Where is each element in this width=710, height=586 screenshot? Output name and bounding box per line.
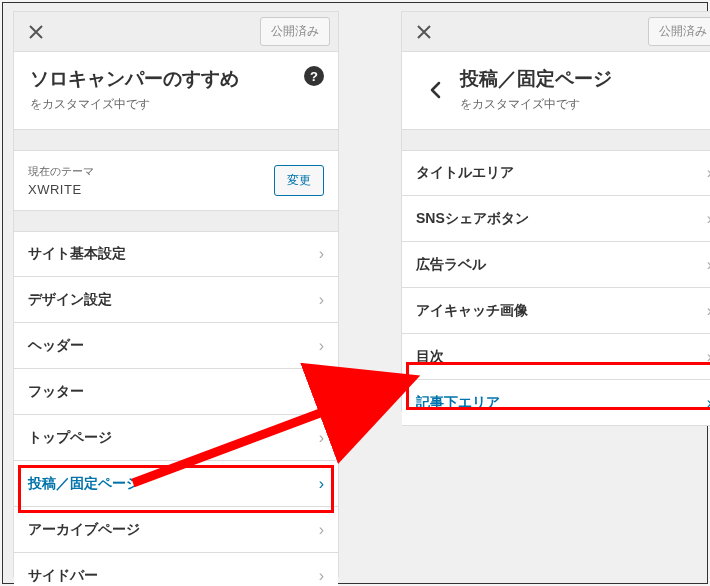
close-icon[interactable] bbox=[22, 18, 50, 46]
chevron-right-icon: › bbox=[319, 475, 324, 493]
title-block: ソロキャンパーのすすめ をカスタマイズ中です ? bbox=[14, 52, 338, 130]
menu-label: サイドバー bbox=[28, 567, 98, 585]
menu-label: 広告ラベル bbox=[416, 256, 486, 274]
topbar: 公開済み bbox=[14, 12, 338, 52]
menu-label: フッター bbox=[28, 383, 84, 401]
menu-label: 目次 bbox=[416, 348, 444, 366]
menu-label: ヘッダー bbox=[28, 337, 84, 355]
customizer-panel-main: 公開済み ソロキャンパーのすすめ をカスタマイズ中です ? 現在のテーマ XWR… bbox=[13, 11, 339, 577]
menu-list: タイトルエリア › SNSシェアボタン › 広告ラベル › アイキャッチ画像 ›… bbox=[402, 150, 710, 426]
menu-label: トップページ bbox=[28, 429, 112, 447]
customizing-subtitle: をカスタマイズ中です bbox=[460, 96, 612, 113]
back-icon[interactable] bbox=[418, 67, 452, 113]
chevron-right-icon: › bbox=[319, 429, 324, 447]
menu-label: 記事下エリア bbox=[416, 394, 500, 412]
published-button[interactable]: 公開済み bbox=[260, 17, 330, 46]
menu-label: タイトルエリア bbox=[416, 164, 514, 182]
menu-item-post-page[interactable]: 投稿／固定ページ › bbox=[14, 461, 338, 507]
menu-label: デザイン設定 bbox=[28, 291, 112, 309]
chevron-right-icon: › bbox=[319, 337, 324, 355]
menu-item-design[interactable]: デザイン設定 › bbox=[14, 277, 338, 323]
chevron-right-icon: › bbox=[319, 383, 324, 401]
menu-label: SNSシェアボタン bbox=[416, 210, 529, 228]
customizer-panel-sub: 公開済み 投稿／固定ページ をカスタマイズ中です タイトルエリア › SNSシェ… bbox=[401, 11, 710, 411]
current-theme-label: 現在のテーマ bbox=[28, 164, 94, 179]
menu-list: サイト基本設定 › デザイン設定 › ヘッダー › フッター › トップページ … bbox=[14, 231, 338, 586]
customizing-subtitle: をカスタマイズ中です bbox=[30, 96, 322, 113]
menu-label: サイト基本設定 bbox=[28, 245, 126, 263]
menu-item-site-basic[interactable]: サイト基本設定 › bbox=[14, 231, 338, 277]
menu-item-sidebar[interactable]: サイドバー › bbox=[14, 553, 338, 586]
change-theme-button[interactable]: 変更 bbox=[274, 165, 324, 196]
section-title: 投稿／固定ページ bbox=[460, 66, 612, 92]
menu-item-toc[interactable]: 目次 › bbox=[402, 334, 710, 380]
theme-name: XWRITE bbox=[28, 182, 94, 197]
title-block: 投稿／固定ページ をカスタマイズ中です bbox=[402, 52, 710, 130]
help-icon[interactable]: ? bbox=[304, 66, 324, 86]
theme-block: 現在のテーマ XWRITE 変更 bbox=[14, 150, 338, 211]
topbar: 公開済み bbox=[402, 12, 710, 52]
menu-item-footer[interactable]: フッター › bbox=[14, 369, 338, 415]
chevron-right-icon: › bbox=[319, 567, 324, 585]
menu-item-ad-label[interactable]: 広告ラベル › bbox=[402, 242, 710, 288]
menu-item-title-area[interactable]: タイトルエリア › bbox=[402, 150, 710, 196]
menu-item-eyecatch[interactable]: アイキャッチ画像 › bbox=[402, 288, 710, 334]
chevron-right-icon: › bbox=[319, 245, 324, 263]
menu-label: アーカイブページ bbox=[28, 521, 140, 539]
menu-item-header[interactable]: ヘッダー › bbox=[14, 323, 338, 369]
menu-label: 投稿／固定ページ bbox=[28, 475, 140, 493]
published-button[interactable]: 公開済み bbox=[648, 17, 710, 46]
chevron-right-icon: › bbox=[319, 521, 324, 539]
menu-item-toppage[interactable]: トップページ › bbox=[14, 415, 338, 461]
site-title: ソロキャンパーのすすめ bbox=[30, 66, 322, 92]
menu-item-sns-share[interactable]: SNSシェアボタン › bbox=[402, 196, 710, 242]
close-icon[interactable] bbox=[410, 18, 438, 46]
menu-label: アイキャッチ画像 bbox=[416, 302, 528, 320]
menu-item-archive[interactable]: アーカイブページ › bbox=[14, 507, 338, 553]
menu-item-below-article[interactable]: 記事下エリア › bbox=[402, 380, 710, 426]
chevron-right-icon: › bbox=[319, 291, 324, 309]
